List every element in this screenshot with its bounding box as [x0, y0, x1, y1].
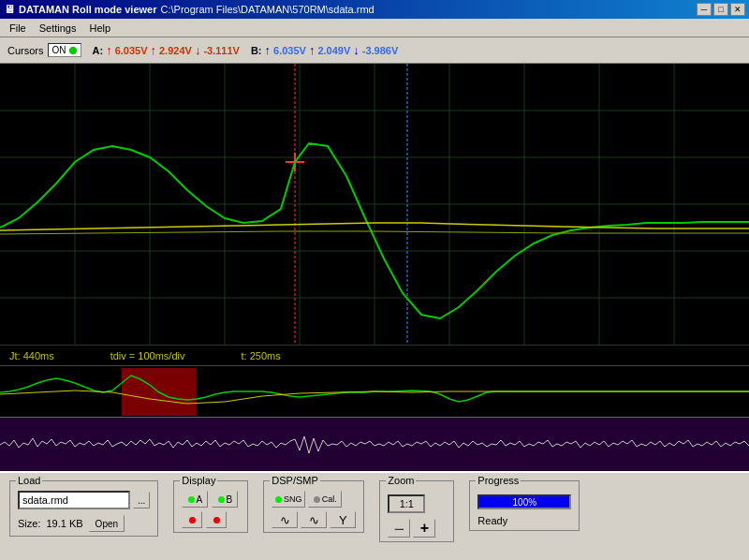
channel-b-button[interactable]: B [212, 491, 238, 508]
purple-strip [0, 417, 749, 471]
time-center: tdiv = 100ms/div [110, 350, 185, 361]
progress-group: Progress 100% Ready [469, 480, 580, 531]
overview-svg [0, 366, 749, 417]
cursor-b-arrow3: ↓ [353, 44, 360, 56]
red-led-2 [213, 517, 220, 523]
sng-label: SNG [284, 494, 302, 504]
scope-grid [0, 64, 749, 345]
minimize-button[interactable]: ─ [697, 3, 712, 16]
cursor-a-val2: 2.924V [159, 45, 192, 56]
cursor-b-section: B: ↑ 6.035V ↑ 2.049V ↓ -3.986V [251, 44, 398, 56]
display-label: Display [180, 475, 217, 486]
bottom-panel: Load ... Size: 19.1 KB Open Display A B [0, 471, 749, 560]
red-dot-button2[interactable] [206, 511, 227, 528]
channel-b-led [218, 496, 225, 503]
cursor-on-indicator [69, 47, 77, 54]
cursor-b-arrow2: ↑ [309, 44, 316, 56]
cursor-b-label: B: [251, 45, 262, 56]
svg-rect-22 [0, 418, 749, 471]
channel-a-label: A [197, 494, 203, 505]
load-group: Load ... Size: 19.1 KB Open [9, 480, 158, 537]
app-icon: 🖥 [4, 3, 15, 16]
titlebar: 🖥 DATAMAN Roll mode viewer C:\Program Fi… [0, 0, 749, 19]
close-button[interactable]: ✕ [730, 3, 745, 16]
wave3-button[interactable]: Y [330, 511, 356, 528]
progress-bar-outer: 100% [477, 494, 571, 509]
titlebar-title: DATAMAN Roll mode viewer [19, 4, 157, 15]
maximize-button[interactable]: □ [713, 3, 728, 16]
size-value: 19.1 KB [46, 518, 82, 529]
zoom-label: Zoom [386, 475, 416, 486]
purple-svg [0, 418, 749, 471]
red-dot-button1[interactable] [182, 511, 202, 528]
time-right: t: 250ms [241, 350, 280, 361]
browse-button[interactable]: ... [133, 492, 150, 508]
channel-b-label: B [227, 494, 233, 505]
cal-led [314, 496, 320, 503]
overview-strip [0, 365, 749, 417]
sng-button[interactable]: SNG [272, 491, 305, 508]
progress-label: Progress [476, 475, 521, 486]
wave1-button[interactable]: ∿ [272, 511, 298, 528]
menu-file[interactable]: File [4, 21, 32, 36]
size-label: Size: [18, 518, 40, 529]
channel-a-led [188, 496, 195, 503]
menubar: File Settings Help [0, 19, 749, 37]
zoom-value: 1:1 [400, 498, 414, 509]
display-group: Display A B [173, 480, 248, 533]
filename-input[interactable] [18, 491, 130, 509]
cursor-a-arrow1: ↑ [106, 44, 112, 56]
time-axis: Jt: 440ms tdiv = 100ms/div t: 250ms [0, 345, 749, 365]
sng-led [275, 496, 282, 503]
cursor-b-val1: 6.035V [273, 45, 306, 56]
cursor-b-val3: -3.986V [362, 45, 399, 56]
cursor-b-val2: 2.049V [317, 45, 350, 56]
red-led-1 [189, 517, 196, 523]
ready-label: Ready [477, 515, 507, 526]
cursor-on-label: ON [52, 45, 66, 55]
titlebar-path: C:\Program Files\DATAMAN\570RM\sdata.rmd [161, 4, 374, 15]
cursor-on-box[interactable]: ON [48, 43, 81, 57]
wave2-button[interactable]: ∿ [301, 511, 327, 528]
progress-pct: 100% [513, 497, 537, 508]
cursor-a-arrow2: ↑ [151, 44, 157, 56]
load-label: Load [16, 475, 42, 486]
time-left: Jt: 440ms [9, 350, 54, 361]
cal-label: Cal. [322, 494, 337, 504]
zoom-group: Zoom 1:1 ─ + [379, 480, 454, 542]
menu-settings[interactable]: Settings [34, 21, 82, 36]
progress-bar-inner: 100% [479, 496, 569, 508]
dsp-smp-group: DSP/SMP SNG Cal. ∿ ∿ Y [263, 480, 364, 533]
cursor-a-label: A: [93, 45, 104, 56]
cursor-a-arrow3: ↓ [195, 44, 201, 56]
titlebar-controls: ─ □ ✕ [697, 3, 745, 16]
cursor-a-val3: -3.111V [203, 45, 240, 56]
zoom-value-display: 1:1 [388, 494, 425, 513]
menu-help[interactable]: Help [83, 21, 116, 36]
cursors-label: Cursors [7, 45, 44, 56]
titlebar-left: 🖥 DATAMAN Roll mode viewer C:\Program Fi… [4, 3, 374, 16]
cursor-b-arrow1: ↑ [265, 44, 272, 56]
cal-button[interactable]: Cal. [308, 491, 342, 508]
cursorbar: Cursors ON A: ↑ 6.035V ↑ 2.924V ↓ -3.111… [0, 37, 749, 64]
open-button[interactable]: Open [89, 515, 125, 532]
zoom-plus-button[interactable]: + [413, 519, 435, 538]
cursor-a-section: A: ↑ 6.035V ↑ 2.924V ↓ -3.111V [93, 44, 240, 56]
scope-area [0, 64, 749, 345]
cursor-a-val1: 6.035V [115, 45, 148, 56]
channel-a-button[interactable]: A [182, 491, 208, 508]
zoom-minus-button[interactable]: ─ [388, 519, 410, 538]
dsp-smp-label: DSP/SMP [270, 475, 320, 486]
